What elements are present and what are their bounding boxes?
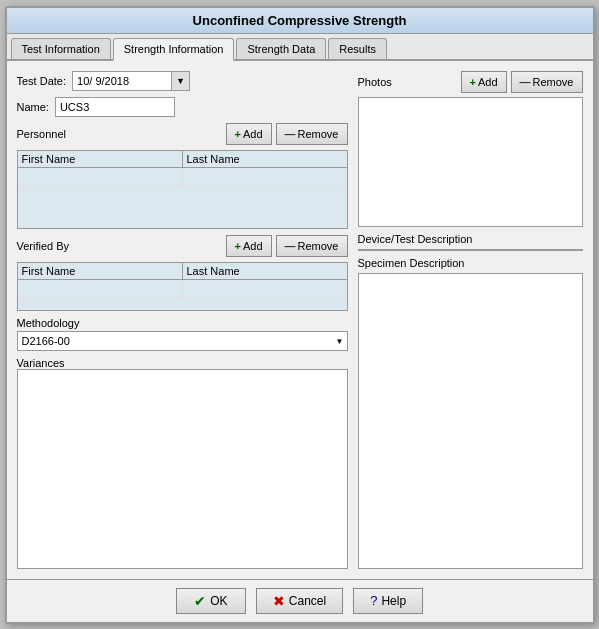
specimen-desc-label: Specimen Description [358, 257, 583, 269]
plus-icon: + [235, 128, 241, 140]
specimen-description-section: Specimen Description [358, 257, 583, 569]
personnel-remove-button[interactable]: — Remove [276, 123, 348, 145]
photos-label: Photos [358, 76, 392, 88]
minus-icon-3: — [520, 76, 531, 88]
test-date-row: Test Date: ▼ [17, 71, 348, 91]
personnel-col-firstname: First Name [18, 151, 183, 167]
tab-strength-information[interactable]: Strength Information [113, 38, 235, 61]
tab-test-information[interactable]: Test Information [11, 38, 111, 59]
methodology-section: Methodology D2166-00 D2166-06 D2166-13 [17, 317, 348, 351]
verified-section: Verified By + Add — Remove Fi [17, 235, 348, 311]
ok-button[interactable]: ✔ OK [176, 588, 246, 614]
tab-results[interactable]: Results [328, 38, 387, 59]
personnel-table-body [18, 168, 347, 228]
x-icon: ✖ [273, 593, 285, 609]
window-title: Unconfined Compressive Strength [193, 13, 407, 28]
personnel-cell-firstname-1 [18, 168, 183, 185]
variances-label: Variances [17, 357, 348, 369]
personnel-row-1 [18, 168, 347, 186]
test-date-input[interactable] [72, 71, 172, 91]
photos-buttons: + Add — Remove [461, 71, 583, 93]
verified-table-body [18, 280, 347, 310]
personnel-add-button[interactable]: + Add [226, 123, 272, 145]
cancel-button[interactable]: ✖ Cancel [256, 588, 343, 614]
personnel-buttons: + Add — Remove [226, 123, 348, 145]
device-description-box[interactable] [358, 249, 583, 251]
photos-remove-button[interactable]: — Remove [511, 71, 583, 93]
name-input[interactable] [55, 97, 175, 117]
photos-add-button[interactable]: + Add [461, 71, 507, 93]
date-dropdown-button[interactable]: ▼ [172, 71, 190, 91]
plus-icon-3: + [470, 76, 476, 88]
main-window: Unconfined Compressive Strength Test Inf… [5, 6, 595, 624]
help-label: Help [381, 594, 406, 608]
verified-table-header: First Name Last Name [18, 263, 347, 280]
title-bar: Unconfined Compressive Strength [7, 8, 593, 34]
personnel-cell-lastname-1 [183, 168, 347, 185]
verified-add-button[interactable]: + Add [226, 235, 272, 257]
personnel-section: Personnel + Add — Remove Firs [17, 123, 348, 229]
question-icon: ? [370, 593, 377, 608]
help-button[interactable]: ? Help [353, 588, 423, 614]
check-icon: ✔ [194, 593, 206, 609]
verified-col-firstname: First Name [18, 263, 183, 279]
verified-remove-button[interactable]: — Remove [276, 235, 348, 257]
personnel-header: Personnel + Add — Remove [17, 123, 348, 145]
cancel-label: Cancel [289, 594, 326, 608]
verified-row-1 [18, 280, 347, 298]
device-description-section: Device/Test Description [358, 233, 583, 251]
footer: ✔ OK ✖ Cancel ? Help [7, 579, 593, 622]
methodology-select-wrapper: D2166-00 D2166-06 D2166-13 [17, 331, 348, 351]
verified-col-lastname: Last Name [183, 263, 347, 279]
personnel-col-lastname: Last Name [183, 151, 347, 167]
personnel-label: Personnel [17, 128, 67, 140]
tab-strength-data[interactable]: Strength Data [236, 38, 326, 59]
name-row: Name: [17, 97, 348, 117]
ok-label: OK [210, 594, 227, 608]
date-input-wrapper: ▼ [72, 71, 190, 91]
methodology-label: Methodology [17, 317, 348, 329]
verified-header: Verified By + Add — Remove [17, 235, 348, 257]
right-panel: Photos + Add — Remove [358, 71, 583, 569]
left-panel: Test Date: ▼ Name: Personnel + [17, 71, 348, 569]
specimen-description-box[interactable] [358, 273, 583, 569]
photos-section: Photos + Add — Remove [358, 71, 583, 227]
device-desc-label: Device/Test Description [358, 233, 583, 245]
photos-header: Photos + Add — Remove [358, 71, 583, 93]
minus-icon: — [285, 128, 296, 140]
verified-cell-firstname-1 [18, 280, 183, 297]
minus-icon-2: — [285, 240, 296, 252]
test-date-label: Test Date: [17, 75, 67, 87]
content-area: Test Date: ▼ Name: Personnel + [7, 61, 593, 579]
methodology-select[interactable]: D2166-00 D2166-06 D2166-13 [17, 331, 348, 351]
verified-label: Verified By [17, 240, 70, 252]
personnel-table-header: First Name Last Name [18, 151, 347, 168]
photos-box [358, 97, 583, 227]
name-label: Name: [17, 101, 49, 113]
plus-icon-2: + [235, 240, 241, 252]
tab-bar: Test Information Strength Information St… [7, 34, 593, 61]
verified-table: First Name Last Name [17, 262, 348, 311]
personnel-table: First Name Last Name [17, 150, 348, 229]
variances-section: Variances [17, 357, 348, 569]
right-sections: Photos + Add — Remove [358, 71, 583, 569]
verified-cell-lastname-1 [183, 280, 347, 297]
variances-box[interactable] [17, 369, 348, 569]
verified-buttons: + Add — Remove [226, 235, 348, 257]
